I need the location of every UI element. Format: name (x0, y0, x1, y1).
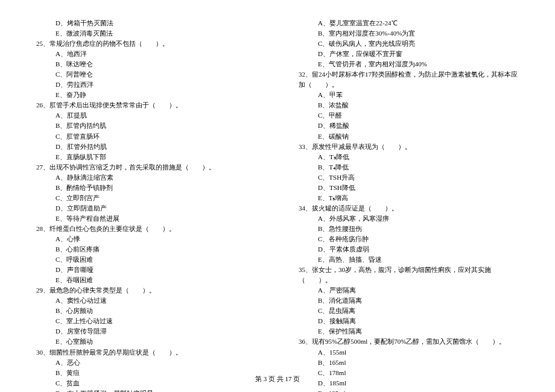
option-line: D、TSH降低 (299, 183, 519, 193)
option-line: D、声音嘶哑 (36, 265, 256, 275)
question-line: 26、肛管手术后出现排便失禁常常由于（ ）。 (36, 100, 256, 110)
option-line: C、破伤风病人，室内光线应明亮 (299, 39, 519, 49)
option-line: A、恶心 (36, 358, 256, 368)
question-line: 33、原发性甲减最早表现为（ ）。 (299, 142, 519, 152)
option-line: B、酌情给予镇静剂 (36, 183, 256, 193)
question-line: 30、细菌性肝脓肿最常见的早期症状是（ ）。 (36, 347, 256, 358)
option-line: B、肛管内括约肌 (36, 121, 256, 131)
option-line: A、肛提肌 (36, 110, 256, 121)
option-line: B、165ml (299, 358, 519, 368)
option-line: A、T₃降低 (299, 152, 519, 162)
option-line: C、TSH升高 (299, 172, 519, 183)
question-line: 35、张女士，30岁，高热，腹泻，诊断为细菌性痢疾，应对其实施（ ）。 (299, 265, 519, 285)
option-line: A、婴儿室室温宜在22-24℃ (299, 18, 519, 28)
option-line: B、急性腰扭伤 (299, 224, 519, 234)
option-line: D、平素体质虚弱 (299, 244, 519, 254)
option-line: B、咪达唑仑 (36, 59, 256, 69)
option-line: A、外感风寒，风寒湿痹 (299, 213, 519, 224)
option-line: C、肛管直肠环 (36, 131, 256, 142)
option-line: C、阿普唑仑 (36, 69, 256, 80)
option-line: E、等待产程自然进展 (36, 213, 256, 224)
question-line: 28、纤维蛋白性心包炎的主要症状是（ ）。 (36, 224, 256, 234)
option-line: E、碳酸钠 (299, 131, 519, 142)
page-footer: 第 3 页 共 17 页 (0, 375, 555, 384)
option-line: D、稀盐酸 (299, 121, 519, 131)
option-line: D、劳拉西泮 (36, 80, 256, 90)
option-line: E、195ml (299, 388, 519, 392)
option-line: B、心房颤动 (36, 306, 256, 316)
option-line: A、静脉滴注缩宫素 (36, 172, 256, 183)
option-line: D、房室传导阻滞 (36, 326, 256, 337)
option-line: A、窦性心动过速 (36, 296, 256, 306)
option-line: C、各种疮疡疖肿 (299, 234, 519, 244)
option-line: C、立即剖宫产 (36, 193, 256, 203)
option-line: E、气管切开者，室内相对湿度为40% (299, 59, 519, 69)
option-line: E、微波消毒灭菌法 (36, 28, 256, 39)
option-line: D、肛管外括约肌 (36, 142, 256, 152)
option-line: B、T₄降低 (299, 162, 519, 172)
option-line: C、室上性心动过速 (36, 316, 256, 326)
option-line: B、消化道隔离 (299, 296, 519, 306)
option-line: D、接触隔离 (299, 316, 519, 326)
page-columns: D、烤箱干热灭菌法E、微波消毒灭菌法25、常规治疗焦虑症的药物不包括（ ）。A、… (36, 18, 519, 362)
option-line: D、产休室，应保暖不宜开窗 (299, 49, 519, 59)
option-line: A、155ml (299, 347, 519, 358)
question-line: 29、最危急的心律失常类型是（ ）。 (36, 285, 256, 296)
option-line: B、浓盐酸 (299, 100, 519, 110)
option-line: B、心前区疼痛 (36, 244, 256, 254)
option-line: E、保护性隔离 (299, 326, 519, 337)
question-line: 27、出现不协调性宫缩乏力时，首先采取的措施是（ ）。 (36, 162, 256, 172)
option-line: C、呼吸困难 (36, 254, 256, 265)
option-line: E、T₃增高 (299, 193, 519, 203)
option-line: D、立即阴道助产 (36, 203, 256, 213)
right-column: A、婴儿室室温宜在22-24℃B、室内相对湿度在30%-40%为宜C、破伤风病人… (299, 18, 519, 362)
option-line: B、室内相对湿度在30%-40%为宜 (299, 28, 519, 39)
question-line: 36、现有95%乙醇500ml，要配制70%乙醇，需加入灭菌馏水（ ）。 (299, 337, 519, 347)
option-line: E、高热、抽搐、昏迷 (299, 254, 519, 265)
option-line: A、甲苯 (299, 90, 519, 100)
option-line: C、昆虫隔离 (299, 306, 519, 316)
option-line: E、奋乃静 (36, 90, 256, 100)
option-line: E、直肠纵肌下部 (36, 152, 256, 162)
option-line: E、吞咽困难 (36, 275, 256, 285)
option-line: D、烤箱干热灭菌法 (36, 18, 256, 28)
option-line: C、甲醛 (299, 110, 519, 121)
option-line: E、心室颤动 (36, 337, 256, 347)
question-line: 34、拔火罐的适应证是（ ）。 (299, 203, 519, 213)
option-line: D、右上腹肌紧张，局部触痛明显 (36, 388, 256, 392)
option-line: A、心悸 (36, 234, 256, 244)
option-line: A、严密隔离 (299, 285, 519, 296)
question-line: 32、留24小时尿标本作17羟类固醇检查，为防止尿中激素被氧化，其标本应加（ ）… (299, 69, 519, 90)
left-column: D、烤箱干热灭菌法E、微波消毒灭菌法25、常规治疗焦虑症的药物不包括（ ）。A、… (36, 18, 256, 362)
option-line: A、地西泮 (36, 49, 256, 59)
question-line: 25、常规治疗焦虑症的药物不包括（ ）。 (36, 39, 256, 49)
